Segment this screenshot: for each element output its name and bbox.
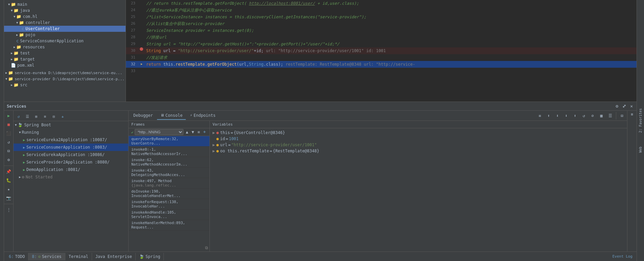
settings-icon[interactable]: ⚙ bbox=[615, 103, 619, 109]
svc-provider2[interactable]: ▶ ServiceProvider2Application :8080/ bbox=[14, 158, 128, 166]
tab-terminal[interactable]: Terminal bbox=[65, 253, 92, 260]
tab-debugger[interactable]: Debugger bbox=[130, 112, 156, 120]
split-btn[interactable]: ⊟ bbox=[618, 112, 626, 119]
tab-todo[interactable]: 6: TODO bbox=[5, 253, 28, 260]
web-label[interactable]: Web bbox=[639, 147, 642, 153]
tab-services[interactable]: 8: ⚙ Services bbox=[28, 253, 65, 260]
restart-button[interactable]: ↺ bbox=[5, 138, 13, 146]
tab-console[interactable]: 🖥 Console bbox=[157, 112, 186, 120]
java-icon: c bbox=[16, 39, 19, 43]
frames-up-btn[interactable]: ▲ bbox=[185, 129, 189, 135]
var-this[interactable]: ▶ ● this = {UserController@8346} bbox=[210, 130, 627, 136]
frames-filter-btn[interactable]: ≡ bbox=[197, 129, 201, 135]
bug-button[interactable]: 🐛 bbox=[5, 177, 13, 184]
frame-item[interactable]: invokeHandlerMethod:893, Request... bbox=[129, 220, 209, 231]
svc-eureka[interactable]: ▶ ServiceEurekaApplication :10086/ bbox=[14, 151, 128, 158]
svc-spring-boot[interactable]: ▼ 🍃 Spring Boot bbox=[14, 121, 128, 129]
add-svc-btn[interactable]: + bbox=[59, 113, 66, 120]
collapse-btn[interactable]: ☰ bbox=[24, 113, 31, 120]
filter-button[interactable]: ⊟ bbox=[5, 147, 13, 155]
frame-item[interactable]: queryUserByRemote:32, UserContro... bbox=[129, 136, 209, 147]
svc-not-started[interactable]: ▶ ⚙ Not Started bbox=[14, 173, 128, 181]
frame-item[interactable]: invokeForRequest:138, InvocableHar... bbox=[129, 199, 209, 210]
bottom-right-area: Event Log bbox=[612, 254, 635, 259]
frame-item[interactable]: invoke0:-1, NativeMethodAccessorIr... bbox=[129, 147, 209, 157]
services-tree: ↺ ☰ ⊞ ≡ ⊟ + ▼ 🍃 Spring Boot bbox=[14, 111, 129, 252]
favorites-label[interactable]: 2: Favorites bbox=[639, 108, 642, 133]
var-resttemplate[interactable]: ▶ ● oo this.restTemplate = {RestTemplate… bbox=[210, 148, 627, 154]
tree-item-test[interactable]: ▶ 📁 test bbox=[4, 50, 126, 56]
run-button[interactable]: ▶ bbox=[5, 112, 13, 119]
group-btn[interactable]: ⊞ bbox=[32, 113, 40, 120]
folder-icon: 📁 bbox=[14, 57, 19, 62]
tree-item-pojo[interactable]: ▶ 📁 pojo bbox=[4, 32, 126, 38]
up-out-btn[interactable]: ⬆ bbox=[571, 112, 579, 119]
bookmark-button[interactable]: ★ bbox=[5, 186, 13, 193]
tree-item-src[interactable]: ▶ 📁 src bbox=[4, 82, 126, 88]
tree-item-target[interactable]: ▶ 📁 target bbox=[4, 56, 126, 62]
stop-button[interactable]: ■ bbox=[5, 121, 13, 128]
frames-add-btn[interactable]: + bbox=[202, 129, 207, 135]
frame-item[interactable]: invoke:43, DelegatingMethodAcces... bbox=[129, 168, 209, 178]
refresh-svc-btn[interactable]: ↺ bbox=[15, 113, 22, 120]
services-tab-icon: ⚙ bbox=[38, 254, 41, 259]
debug-button[interactable]: ⬛ bbox=[5, 130, 13, 137]
tree-item-usercontroller[interactable]: c UserController bbox=[4, 26, 126, 32]
tab-endpoints[interactable]: ⚡ Endpoints bbox=[186, 112, 219, 120]
var-type-icon: ● bbox=[216, 143, 219, 147]
thread-select[interactable]: *http...NNING bbox=[135, 129, 183, 135]
frames-down-btn[interactable]: ▼ bbox=[191, 129, 195, 135]
tree-item-pom[interactable]: 📄 pom.xml bbox=[4, 62, 126, 68]
tree-item-resources[interactable]: ▶ 📁 resources bbox=[4, 44, 126, 50]
svc-eureka2[interactable]: ▶ serviceEureka2Application :10087/ bbox=[14, 136, 128, 144]
tree-item-comhl[interactable]: ▼ 📁 com.hl bbox=[4, 14, 126, 20]
camera-button[interactable]: 📷 bbox=[5, 194, 13, 202]
svc-consumer[interactable]: ▶ ServiceConsumerApplication :8083/ bbox=[14, 144, 128, 151]
file-tree: ▼ 📁 main ▼ 📁 java ▼ 📁 com.hl bbox=[4, 0, 126, 102]
services-panel: Services ⚙ ⤢ ✕ ▶ ■ ⬛ ↺ ⊟ ⚙ 📌 bbox=[4, 102, 637, 252]
filter-svc-btn[interactable]: ≡ bbox=[41, 113, 49, 120]
tab-spring[interactable]: 🍃 Spring bbox=[136, 253, 164, 260]
folder-icon: 📁 bbox=[14, 8, 19, 13]
tree-item-serviceconsumer[interactable]: c ServiceConsumerApplication bbox=[4, 38, 126, 44]
frame-item[interactable]: invoke:497, Method {java.lang.reflec... bbox=[129, 178, 209, 189]
code-line-29: 29 String url = "http://"+provider.getHo… bbox=[126, 41, 637, 47]
hide-icon[interactable]: ✕ bbox=[629, 103, 634, 109]
code-line-25: 25 /*List<ServiceInstance> instances = t… bbox=[126, 14, 637, 20]
tree-item-controller[interactable]: ▼ 📁 controller bbox=[4, 20, 126, 26]
expand-icon[interactable]: ⤢ bbox=[621, 103, 627, 109]
frame-item[interactable]: doInvoke:190, InvocableHandlerMet... bbox=[129, 189, 209, 199]
frame-item[interactable]: invokeAndHandle:105, ServletInvoca... bbox=[129, 210, 209, 220]
settings-small-button[interactable]: ⚙ bbox=[5, 156, 13, 164]
svc-demo[interactable]: ▶ DemoApplication :8081/ bbox=[14, 166, 128, 173]
jump-btn[interactable]: ⊟ bbox=[50, 113, 58, 120]
tree-item-java[interactable]: ▼ 📁 java bbox=[4, 7, 126, 14]
var-url[interactable]: ▶ ● url = "http://service-provider/user/… bbox=[210, 142, 627, 148]
debugger-content: Frames ✔ *http...NNING ▲ ▼ ≡ + bbox=[129, 121, 627, 252]
frames-dropdown: ✔ *http...NNING ▲ ▼ ≡ + bbox=[129, 128, 209, 136]
stop-eval-btn[interactable]: ⊘ bbox=[589, 112, 596, 119]
layout-btn[interactable]: ≡ bbox=[536, 112, 543, 119]
svc-running[interactable]: ▼ Running bbox=[14, 129, 128, 136]
up-btn[interactable]: ⬆ bbox=[545, 112, 552, 119]
var-type-icon: ● bbox=[216, 136, 219, 141]
rotate-btn[interactable]: ↺ bbox=[580, 112, 587, 119]
event-log-link[interactable]: Event Log bbox=[612, 254, 632, 259]
code-line-30: 30 String url = "http://service-provider… bbox=[126, 47, 637, 54]
tab-java-enterprise[interactable]: Java Enterprise bbox=[92, 253, 136, 260]
tree-item-service-provider[interactable]: ▼ 📁 service-provider D:\ideaproject\demo… bbox=[4, 76, 126, 82]
more-button[interactable]: ⋮ bbox=[5, 206, 13, 214]
more-dbg-btn[interactable]: ☰ bbox=[606, 112, 614, 119]
var-id[interactable]: ▶ ● id = 1001 bbox=[210, 136, 627, 142]
tree-item-main[interactable]: ▼ 📁 main bbox=[4, 1, 126, 7]
right-icon-1[interactable]: ⊠ bbox=[630, 112, 634, 116]
run-indicator-icon: ▶ bbox=[23, 138, 25, 142]
tree-item-service-eureka[interactable]: ▶ 📁 service-eureka D:\ideaproject\demo\s… bbox=[4, 70, 126, 76]
pin-button[interactable]: 📌 bbox=[5, 168, 13, 175]
copy-frames-btn[interactable]: ⧉ bbox=[205, 245, 208, 250]
frame-item[interactable]: invoke:62, NativeMethodAccessorIm... bbox=[129, 157, 209, 168]
down-in-btn[interactable]: ⬇ bbox=[554, 112, 561, 119]
down-out-btn[interactable]: ⬇ bbox=[562, 112, 570, 119]
editor-area: ▼ 📁 main ▼ 📁 java ▼ 📁 com.hl bbox=[4, 0, 637, 102]
grid-btn[interactable]: ▦ bbox=[598, 112, 605, 119]
